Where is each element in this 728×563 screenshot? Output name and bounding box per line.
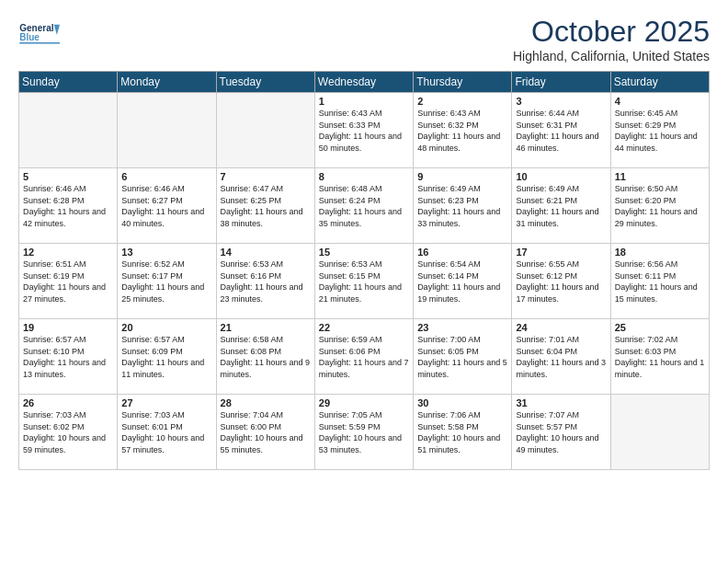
day-number: 20 xyxy=(121,322,211,333)
day-cell xyxy=(610,395,709,470)
day-detail: Sunrise: 6:48 AMSunset: 6:24 PMDaylight:… xyxy=(319,183,409,229)
day-detail: Sunrise: 6:49 AMSunset: 6:23 PMDaylight:… xyxy=(417,183,507,229)
day-detail: Sunrise: 6:43 AMSunset: 6:33 PMDaylight:… xyxy=(319,108,409,154)
svg-text:General: General xyxy=(19,23,53,33)
header: General Blue October 2025 Highland, Cali… xyxy=(18,15,710,63)
day-number: 14 xyxy=(221,247,311,258)
day-detail: Sunrise: 7:04 AMSunset: 6:00 PMDaylight:… xyxy=(221,409,311,455)
day-cell: 5Sunrise: 6:46 AMSunset: 6:28 PMDaylight… xyxy=(19,168,118,244)
day-cell: 8Sunrise: 6:48 AMSunset: 6:24 PMDaylight… xyxy=(314,168,413,244)
week-row-4: 26Sunrise: 7:03 AMSunset: 6:02 PMDayligh… xyxy=(19,395,710,470)
day-number: 5 xyxy=(23,171,113,182)
day-number: 25 xyxy=(615,322,705,333)
weekday-header-row: Sunday Monday Tuesday Wednesday Thursday… xyxy=(19,72,710,93)
svg-marker-2 xyxy=(54,25,60,35)
day-cell: 2Sunrise: 6:43 AMSunset: 6:32 PMDaylight… xyxy=(414,93,512,168)
day-number: 11 xyxy=(615,171,705,182)
day-detail: Sunrise: 6:57 AMSunset: 6:09 PMDaylight:… xyxy=(121,334,211,380)
day-cell: 14Sunrise: 6:53 AMSunset: 6:16 PMDayligh… xyxy=(216,244,314,319)
day-cell: 17Sunrise: 6:55 AMSunset: 6:12 PMDayligh… xyxy=(512,244,610,319)
day-detail: Sunrise: 6:55 AMSunset: 6:12 PMDaylight:… xyxy=(516,259,606,304)
day-detail: Sunrise: 7:03 AMSunset: 6:01 PMDaylight:… xyxy=(121,409,211,455)
day-number: 28 xyxy=(221,397,311,408)
day-cell: 18Sunrise: 6:56 AMSunset: 6:11 PMDayligh… xyxy=(610,244,709,319)
day-detail: Sunrise: 6:44 AMSunset: 6:31 PMDaylight:… xyxy=(516,108,606,154)
calendar-table: Sunday Monday Tuesday Wednesday Thursday… xyxy=(18,71,710,470)
logo-svg: General Blue xyxy=(18,15,64,52)
day-cell: 21Sunrise: 6:58 AMSunset: 6:08 PMDayligh… xyxy=(216,319,314,395)
day-detail: Sunrise: 6:47 AMSunset: 6:25 PMDaylight:… xyxy=(221,183,311,229)
day-number: 3 xyxy=(516,96,606,107)
day-cell: 11Sunrise: 6:50 AMSunset: 6:20 PMDayligh… xyxy=(610,168,709,244)
day-detail: Sunrise: 6:54 AMSunset: 6:14 PMDaylight:… xyxy=(417,259,507,304)
day-number: 12 xyxy=(23,247,113,258)
week-row-1: 5Sunrise: 6:46 AMSunset: 6:28 PMDaylight… xyxy=(19,168,710,244)
day-number: 21 xyxy=(221,322,311,333)
day-detail: Sunrise: 6:49 AMSunset: 6:21 PMDaylight:… xyxy=(516,183,606,229)
day-detail: Sunrise: 6:51 AMSunset: 6:19 PMDaylight:… xyxy=(23,259,113,304)
day-detail: Sunrise: 7:06 AMSunset: 5:58 PMDaylight:… xyxy=(417,409,507,455)
svg-rect-3 xyxy=(19,42,60,44)
day-detail: Sunrise: 6:58 AMSunset: 6:08 PMDaylight:… xyxy=(221,334,311,380)
page: General Blue October 2025 Highland, Cali… xyxy=(0,0,728,563)
day-detail: Sunrise: 6:53 AMSunset: 6:15 PMDaylight:… xyxy=(319,259,409,304)
day-cell: 22Sunrise: 6:59 AMSunset: 6:06 PMDayligh… xyxy=(314,319,413,395)
day-detail: Sunrise: 7:05 AMSunset: 5:59 PMDaylight:… xyxy=(319,409,409,455)
day-cell: 23Sunrise: 7:00 AMSunset: 6:05 PMDayligh… xyxy=(414,319,512,395)
day-cell: 6Sunrise: 6:46 AMSunset: 6:27 PMDaylight… xyxy=(118,168,216,244)
day-number: 23 xyxy=(417,322,507,333)
day-cell: 3Sunrise: 6:44 AMSunset: 6:31 PMDaylight… xyxy=(512,93,610,168)
day-cell: 13Sunrise: 6:52 AMSunset: 6:17 PMDayligh… xyxy=(118,244,216,319)
day-number: 9 xyxy=(417,171,507,182)
day-number: 2 xyxy=(417,96,507,107)
day-number: 31 xyxy=(516,397,606,408)
day-number: 1 xyxy=(319,96,409,107)
day-detail: Sunrise: 7:02 AMSunset: 6:03 PMDaylight:… xyxy=(615,334,705,380)
day-cell: 25Sunrise: 7:02 AMSunset: 6:03 PMDayligh… xyxy=(610,319,709,395)
day-number: 24 xyxy=(516,322,606,333)
day-cell: 30Sunrise: 7:06 AMSunset: 5:58 PMDayligh… xyxy=(414,395,512,470)
day-number: 16 xyxy=(417,247,507,258)
day-number: 19 xyxy=(23,322,113,333)
day-cell: 29Sunrise: 7:05 AMSunset: 5:59 PMDayligh… xyxy=(314,395,413,470)
day-number: 27 xyxy=(121,397,211,408)
day-number: 22 xyxy=(319,322,409,333)
header-thursday: Thursday xyxy=(414,72,512,93)
header-tuesday: Tuesday xyxy=(216,72,314,93)
day-number: 17 xyxy=(516,247,606,258)
day-cell: 16Sunrise: 6:54 AMSunset: 6:14 PMDayligh… xyxy=(414,244,512,319)
day-cell: 24Sunrise: 7:01 AMSunset: 6:04 PMDayligh… xyxy=(512,319,610,395)
day-detail: Sunrise: 7:07 AMSunset: 5:57 PMDaylight:… xyxy=(516,409,606,455)
day-cell: 19Sunrise: 6:57 AMSunset: 6:10 PMDayligh… xyxy=(19,319,118,395)
day-detail: Sunrise: 7:00 AMSunset: 6:05 PMDaylight:… xyxy=(417,334,507,380)
day-cell: 4Sunrise: 6:45 AMSunset: 6:29 PMDaylight… xyxy=(610,93,709,168)
title-block: October 2025 Highland, California, Unite… xyxy=(513,15,710,63)
day-cell xyxy=(118,93,216,168)
day-detail: Sunrise: 6:53 AMSunset: 6:16 PMDaylight:… xyxy=(221,259,311,304)
week-row-2: 12Sunrise: 6:51 AMSunset: 6:19 PMDayligh… xyxy=(19,244,710,319)
day-number: 8 xyxy=(319,171,409,182)
day-number: 26 xyxy=(23,397,113,408)
day-detail: Sunrise: 7:01 AMSunset: 6:04 PMDaylight:… xyxy=(516,334,606,380)
day-number: 15 xyxy=(319,247,409,258)
day-cell: 27Sunrise: 7:03 AMSunset: 6:01 PMDayligh… xyxy=(118,395,216,470)
calendar-location: Highland, California, United States xyxy=(513,49,710,63)
day-number: 30 xyxy=(417,397,507,408)
week-row-3: 19Sunrise: 6:57 AMSunset: 6:10 PMDayligh… xyxy=(19,319,710,395)
day-detail: Sunrise: 6:45 AMSunset: 6:29 PMDaylight:… xyxy=(615,108,705,154)
day-cell: 1Sunrise: 6:43 AMSunset: 6:33 PMDaylight… xyxy=(314,93,413,168)
day-cell: 12Sunrise: 6:51 AMSunset: 6:19 PMDayligh… xyxy=(19,244,118,319)
day-cell: 9Sunrise: 6:49 AMSunset: 6:23 PMDaylight… xyxy=(414,168,512,244)
day-cell xyxy=(216,93,314,168)
day-detail: Sunrise: 6:59 AMSunset: 6:06 PMDaylight:… xyxy=(319,334,409,380)
logo: General Blue xyxy=(18,15,64,52)
day-detail: Sunrise: 6:46 AMSunset: 6:28 PMDaylight:… xyxy=(23,183,113,229)
day-detail: Sunrise: 6:43 AMSunset: 6:32 PMDaylight:… xyxy=(417,108,507,154)
header-monday: Monday xyxy=(118,72,216,93)
svg-text:Blue: Blue xyxy=(19,32,40,42)
week-row-0: 1Sunrise: 6:43 AMSunset: 6:33 PMDaylight… xyxy=(19,93,710,168)
day-detail: Sunrise: 6:46 AMSunset: 6:27 PMDaylight:… xyxy=(121,183,211,229)
header-friday: Friday xyxy=(512,72,610,93)
day-cell: 26Sunrise: 7:03 AMSunset: 6:02 PMDayligh… xyxy=(19,395,118,470)
day-detail: Sunrise: 6:56 AMSunset: 6:11 PMDaylight:… xyxy=(615,259,705,304)
